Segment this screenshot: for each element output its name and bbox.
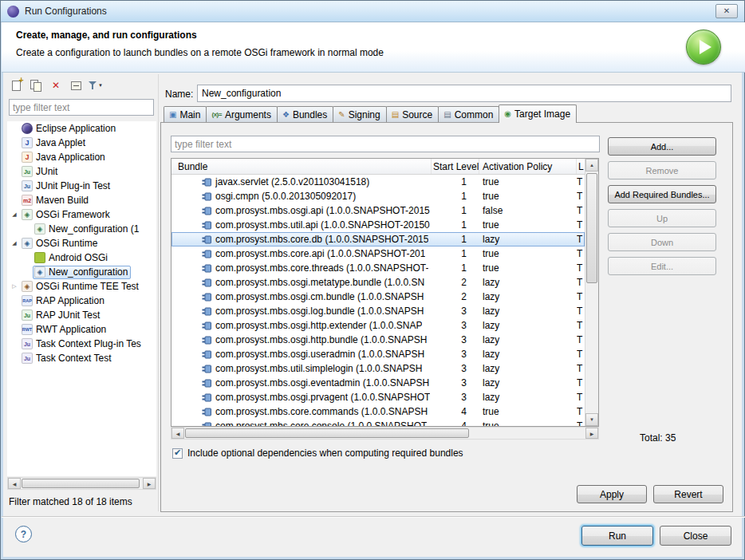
table-row[interactable]: com.prosyst.mbs.core.commands (1.0.0.SNA… bbox=[171, 404, 585, 419]
scroll-right-icon[interactable]: ▶ bbox=[585, 428, 598, 439]
osgi-runtime-tee-test-icon: ◈ bbox=[22, 281, 33, 292]
tree-item-label: RAP JUnit Test bbox=[36, 310, 100, 321]
new-launch-config-button[interactable] bbox=[9, 78, 23, 93]
table-row[interactable]: com.prosyst.mbs.osgi.http.extender (1.0.… bbox=[171, 318, 585, 333]
down-button[interactable]: Down bbox=[608, 233, 716, 251]
table-horizontal-scrollbar[interactable]: ◀ ▶ bbox=[171, 427, 599, 440]
table-row[interactable]: com.prosyst.mbs.core.threads (1.0.0.SNAP… bbox=[171, 261, 585, 275]
start-level-cell: 1 bbox=[432, 205, 479, 216]
duplicate-button[interactable] bbox=[29, 78, 43, 93]
tree-item-osgi-runtime-tee-test[interactable]: ▷ ◈ OSGi Runtime TEE Test bbox=[7, 279, 156, 294]
add-required-bundles-button[interactable]: Add Required Bundles... bbox=[608, 185, 716, 203]
delete-button[interactable]: ✕ bbox=[49, 78, 63, 93]
tab-arguments[interactable]: (x)= Arguments bbox=[206, 106, 277, 122]
tree-item-maven-build[interactable]: m2 Maven Build bbox=[7, 193, 156, 207]
tree-item-rap-junit-test[interactable]: Ju RAP JUnit Test bbox=[7, 308, 156, 322]
scroll-left-icon[interactable]: ◀ bbox=[171, 428, 184, 439]
column-header-start-level[interactable]: Start Level bbox=[432, 159, 479, 174]
close-button[interactable]: Close bbox=[660, 526, 731, 546]
tree-item-new-configuration-1[interactable]: ◈ New_configuration (1 bbox=[7, 222, 156, 236]
checkbox-box[interactable]: ✔ bbox=[172, 448, 183, 459]
tree-item-rap-application[interactable]: RAP RAP Application bbox=[7, 294, 156, 308]
tree-item-osgi-framework[interactable]: ◢ ◈ OSGi Framework bbox=[7, 207, 156, 222]
configurations-filter-input[interactable] bbox=[9, 99, 154, 116]
table-row[interactable]: com.prosyst.mbs.core.api (1.0.0.SNAPSHOT… bbox=[171, 246, 585, 261]
checkbox-label: Include optional dependencies when compu… bbox=[187, 448, 463, 459]
table-row[interactable]: com.prosyst.mbs.core.db (1.0.0.SNAPSHOT-… bbox=[171, 232, 585, 246]
tree-expand-arrow[interactable]: ▷ bbox=[9, 283, 20, 290]
titlebar-close-button[interactable]: ✕ bbox=[715, 4, 738, 18]
revert-button[interactable]: Revert bbox=[653, 485, 723, 503]
tab-target-image[interactable]: ◉ Target Image bbox=[499, 105, 577, 123]
table-vscroll-thumb[interactable] bbox=[586, 173, 597, 283]
column-header-bundle[interactable]: Bundle bbox=[171, 159, 432, 174]
column-header-activation-policy[interactable]: Activation Policy bbox=[479, 159, 577, 174]
panel-sash[interactable] bbox=[158, 74, 160, 511]
bundle-filter-input[interactable] bbox=[171, 136, 600, 152]
optional-deps-checkbox[interactable]: ✔ Include optional dependencies when com… bbox=[172, 448, 463, 459]
bundle-cell: com.prosyst.mbs.core.db (1.0.0.SNAPSHOT-… bbox=[171, 234, 432, 245]
tab-source[interactable]: ▤ Source bbox=[386, 106, 439, 122]
remove-button[interactable]: Remove bbox=[608, 161, 716, 179]
tree-entry: ◈ OSGi Framework bbox=[20, 208, 113, 222]
tree-item-new-configuration[interactable]: ◈ New_configuration bbox=[7, 265, 156, 279]
scroll-down-icon[interactable]: ▼ bbox=[585, 413, 598, 426]
table-row[interactable]: com.prosyst.mbs.util.api (1.0.0.SNAPSHOT… bbox=[171, 218, 585, 232]
table-row[interactable]: com.prosyst.mbs.osgi.prvagent (1.0.0.SNA… bbox=[171, 390, 585, 404]
table-row[interactable]: osgi.cmpn (5.0.0.201305092017) 1 true T bbox=[171, 189, 585, 203]
table-vertical-scrollbar[interactable]: ▲ ▼ bbox=[585, 159, 598, 426]
tree-expand-arrow[interactable]: ◢ bbox=[9, 211, 20, 218]
up-button[interactable]: Up bbox=[608, 209, 716, 227]
table-hscroll-thumb[interactable] bbox=[185, 428, 469, 438]
tree-item-task-context-plug-in-tes[interactable]: Ju Task Context Plug-in Tes bbox=[7, 337, 156, 351]
tree-item-osgi-runtime[interactable]: ◢ ◈ OSGi Runtime bbox=[7, 236, 156, 250]
tab-bundles[interactable]: ❖ Bundles bbox=[277, 106, 333, 122]
tree-item-rwt-application[interactable]: RWT RWT Application bbox=[7, 322, 156, 337]
bundle-cell: com.prosyst.mbs.core.threads (1.0.0.SNAP… bbox=[171, 262, 432, 274]
run-button[interactable]: Run bbox=[581, 526, 653, 546]
filter-button[interactable]: ▼ bbox=[89, 78, 103, 93]
tab-signing[interactable]: ✎ Signing bbox=[333, 106, 386, 122]
table-row[interactable]: com.prosyst.mbs.util.simplelogin (1.0.0.… bbox=[171, 361, 585, 376]
titlebar[interactable]: Run Configurations ✕ bbox=[1, 1, 744, 22]
table-row[interactable]: com.prosyst.mbs.osgi.cm.bundle (1.0.0.SN… bbox=[171, 290, 585, 304]
scroll-up-icon[interactable]: ▲ bbox=[585, 159, 598, 172]
bundle-name: com.prosyst.mbs.osgi.log.bundle (1.0.0.S… bbox=[215, 306, 424, 317]
bundle-icon bbox=[202, 349, 212, 360]
tree-item-junit-plug-in-test[interactable]: Ju JUnit Plug-in Test bbox=[7, 179, 156, 193]
table-row[interactable]: javax.servlet (2.5.0.v201103041518) 1 tr… bbox=[171, 175, 585, 189]
table-row[interactable]: com.prosyst.mbs.osgi.useradmin (1.0.0.SN… bbox=[171, 347, 585, 361]
table-row[interactable]: com.prosyst.mbs.osgi.log.bundle (1.0.0.S… bbox=[171, 304, 585, 318]
l-cell: T bbox=[577, 262, 585, 274]
add-button[interactable]: Add... bbox=[608, 137, 716, 156]
tree-item-task-context-test[interactable]: Ju Task Context Test bbox=[7, 351, 156, 365]
tree-item-junit[interactable]: Ju JUnit bbox=[7, 164, 156, 179]
table-row[interactable]: com.prosyst.mbs.osgi.metatype.bundle (1.… bbox=[171, 275, 585, 290]
table-row[interactable]: com.prosyst.mbs.osgi.api (1.0.0.SNAPSHOT… bbox=[171, 203, 585, 218]
tree-expand-arrow[interactable]: ◢ bbox=[9, 240, 20, 246]
tree-horizontal-scrollbar[interactable]: ◀ ▶ bbox=[7, 477, 156, 490]
name-input[interactable] bbox=[197, 85, 731, 102]
tree-item-java-applet[interactable]: J Java Applet bbox=[7, 136, 156, 150]
column-header-l[interactable]: L bbox=[577, 159, 585, 174]
tree-item-android-osgi[interactable]: Android OSGi bbox=[7, 250, 156, 265]
tree-item-java-application[interactable]: J Java Application bbox=[7, 150, 156, 164]
tree-item-eclipse-application[interactable]: Eclipse Application bbox=[7, 121, 156, 136]
tab-common[interactable]: ▤ Common bbox=[438, 106, 499, 122]
scroll-right-icon[interactable]: ▶ bbox=[143, 478, 156, 489]
table-row[interactable]: com.prosyst.mbs.osgi.eventadmin (1.0.0.S… bbox=[171, 376, 585, 390]
tree-scroll-thumb[interactable] bbox=[22, 479, 140, 488]
collapse-all-button[interactable] bbox=[69, 78, 83, 93]
table-row[interactable]: com.prosyst.mbs.osgi.http.bundle (1.0.0.… bbox=[171, 333, 585, 347]
table-body: javax.servlet (2.5.0.v201103041518) 1 tr… bbox=[171, 175, 585, 426]
table-row[interactable]: com.prosyst.mbs.core.console (1.0.0.SNAP… bbox=[171, 419, 585, 426]
activation-policy-cell: true bbox=[479, 176, 577, 187]
tree-entry: Ju JUnit Plug-in Test bbox=[20, 179, 113, 193]
bundle-name: com.prosyst.mbs.osgi.http.extender (1.0.… bbox=[215, 320, 422, 331]
scroll-left-icon[interactable]: ◀ bbox=[8, 478, 21, 489]
tab-label: Bundles bbox=[293, 109, 327, 120]
tab-main[interactable]: ▣ Main bbox=[164, 106, 207, 122]
apply-button[interactable]: Apply bbox=[577, 485, 647, 503]
edit-button[interactable]: Edit... bbox=[608, 257, 716, 275]
help-button[interactable]: ? bbox=[15, 526, 32, 542]
